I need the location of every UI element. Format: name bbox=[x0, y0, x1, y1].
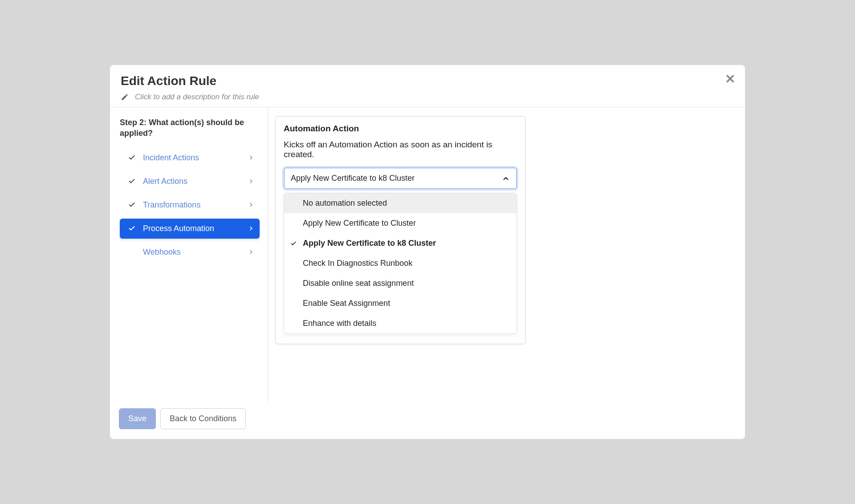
dropdown-option-label: No automation selected bbox=[303, 199, 387, 207]
check-icon bbox=[128, 201, 136, 208]
edit-action-rule-modal: Edit Action Rule ✕ Click to add a descri… bbox=[110, 65, 745, 439]
check-icon bbox=[128, 154, 136, 161]
automation-select[interactable]: Apply New Certificate to k8 Cluster bbox=[284, 167, 517, 189]
dropdown-option-label: Apply New Certificate to k8 Cluster bbox=[303, 239, 436, 248]
back-to-conditions-button[interactable]: Back to Conditions bbox=[160, 408, 246, 429]
dropdown-option[interactable]: Apply New Certificate to Cluster bbox=[284, 213, 517, 233]
sidebar-item-label: Alert Actions bbox=[143, 177, 241, 186]
sidebar-item-label: Webhooks bbox=[143, 248, 241, 257]
dropdown-option[interactable]: Enable Seat Assignment bbox=[284, 293, 517, 313]
description-placeholder: Click to add a description for this rule bbox=[135, 93, 259, 102]
dropdown-option[interactable]: No automation selected bbox=[284, 193, 517, 213]
modal-overlay: Edit Action Rule ✕ Click to add a descri… bbox=[0, 0, 855, 504]
modal-title: Edit Action Rule bbox=[121, 74, 734, 88]
sidebar-item[interactable]: Incident Actions bbox=[120, 148, 260, 168]
sidebar-item[interactable]: Alert Actions bbox=[120, 171, 260, 191]
save-button[interactable]: Save bbox=[119, 408, 156, 429]
dropdown-option-label: Enhance with details bbox=[303, 319, 376, 328]
sidebar-item-label: Incident Actions bbox=[143, 153, 241, 163]
dropdown-option-label: Disable online seat assignment bbox=[303, 279, 414, 288]
check-icon bbox=[128, 225, 136, 232]
chevron-right-icon bbox=[248, 249, 254, 255]
sidebar: Step 2: What action(s) should be applied… bbox=[110, 107, 268, 402]
description-row[interactable]: Click to add a description for this rule bbox=[121, 93, 734, 102]
modal-body: Step 2: What action(s) should be applied… bbox=[110, 107, 745, 402]
dropdown-option[interactable]: Check In Diagnostics Runbook bbox=[284, 253, 517, 273]
chevron-up-icon bbox=[502, 175, 510, 183]
sidebar-item[interactable]: Process Automation bbox=[120, 219, 260, 239]
dropdown-option[interactable]: Disable online seat assignment bbox=[284, 273, 517, 293]
close-icon[interactable]: ✕ bbox=[725, 73, 735, 85]
chevron-right-icon bbox=[248, 225, 254, 232]
sidebar-item-label: Transformations bbox=[143, 200, 241, 210]
modal-header: Edit Action Rule ✕ Click to add a descri… bbox=[110, 65, 745, 107]
step-label: Step 2: What action(s) should be applied… bbox=[120, 117, 260, 139]
sidebar-item[interactable]: Webhooks bbox=[120, 242, 260, 262]
pencil-icon bbox=[121, 93, 129, 101]
card-title: Automation Action bbox=[284, 124, 517, 134]
check-icon bbox=[290, 240, 297, 247]
dropdown-option[interactable]: Apply New Certificate to k8 Cluster bbox=[284, 233, 517, 253]
card-description: Kicks off an Automation Action as soon a… bbox=[284, 140, 517, 159]
select-value: Apply New Certificate to k8 Cluster bbox=[291, 174, 415, 183]
dropdown-option-label: Enable Seat Assignment bbox=[303, 299, 390, 308]
check-icon bbox=[128, 178, 136, 185]
chevron-right-icon bbox=[248, 178, 254, 184]
main-pane: Automation Action Kicks off an Automatio… bbox=[268, 107, 745, 402]
modal-footer: Save Back to Conditions bbox=[110, 402, 745, 439]
chevron-right-icon bbox=[248, 202, 254, 208]
sidebar-item-label: Process Automation bbox=[143, 224, 241, 233]
automation-dropdown: No automation selectedApply New Certific… bbox=[284, 193, 517, 334]
automation-action-card: Automation Action Kicks off an Automatio… bbox=[275, 116, 525, 344]
sidebar-item[interactable]: Transformations bbox=[120, 195, 260, 215]
dropdown-option[interactable]: Enhance with details bbox=[284, 313, 517, 333]
sidebar-list: Incident ActionsAlert ActionsTransformat… bbox=[120, 148, 260, 262]
dropdown-option-label: Check In Diagnostics Runbook bbox=[303, 259, 412, 268]
dropdown-option-label: Apply New Certificate to Cluster bbox=[303, 219, 416, 228]
chevron-right-icon bbox=[248, 154, 254, 161]
